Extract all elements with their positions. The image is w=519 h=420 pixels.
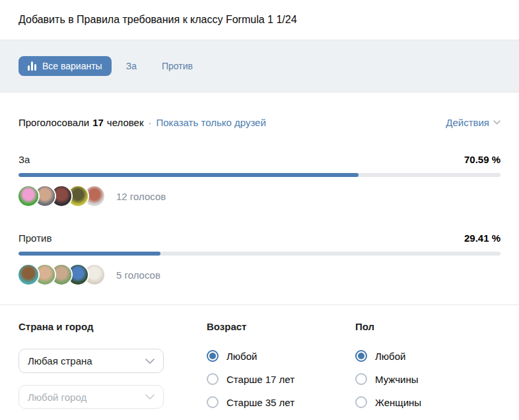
country-select-value: Любая страна — [28, 355, 92, 367]
poll-option-protiv: Против 29.41 % 5 голосов — [18, 232, 501, 285]
radio-label: Любой — [375, 351, 405, 362]
voted-summary: Проголосовали 17 человек · Показать толь… — [18, 117, 266, 128]
votes-count-label: 12 голосов — [116, 191, 166, 202]
option-head: За 70.59 % — [18, 154, 501, 165]
radio-age-any[interactable]: Любой — [207, 350, 355, 362]
tab-za[interactable]: За — [116, 61, 147, 71]
results-content: Проголосовали 17 человек · Показать толь… — [0, 117, 519, 409]
result-bar-track — [18, 173, 501, 177]
option-head: Против 29.41 % — [18, 232, 501, 244]
result-bar-fill — [18, 252, 160, 256]
voters-row: 5 голосов — [18, 264, 501, 285]
city-select[interactable]: Любой город — [18, 385, 164, 409]
bar-chart-icon — [28, 61, 36, 71]
voter-avatar[interactable] — [18, 186, 38, 206]
actions-dropdown[interactable]: Действия — [446, 117, 501, 128]
chevron-down-icon — [145, 359, 155, 364]
age-heading: Возраст — [207, 321, 355, 333]
radio-age-over-17[interactable]: Старше 17 лет — [207, 373, 355, 385]
radio-gender-male[interactable]: Мужчины — [355, 373, 501, 385]
filter-column-gender: Пол Любой Мужчины Женщины — [355, 321, 501, 409]
radio-label: Старше 17 лет — [226, 374, 294, 385]
results-tab-bar: Все варианты За Против — [0, 40, 519, 92]
result-bar-track — [18, 252, 501, 256]
radio-button[interactable] — [355, 350, 367, 362]
radio-button[interactable] — [207, 373, 219, 385]
tab-protiv[interactable]: Против — [151, 61, 203, 71]
radio-label: Женщины — [375, 397, 421, 408]
votes-count-label: 5 голосов — [116, 269, 160, 281]
result-bar-fill — [18, 173, 359, 177]
radio-button[interactable] — [207, 350, 219, 362]
option-percent: 70.59 % — [464, 154, 501, 165]
voted-count: 17 — [92, 117, 104, 128]
radio-label: Старше 35 лет — [226, 397, 294, 408]
chevron-down-icon — [493, 120, 501, 125]
voters-row: 12 голосов — [18, 186, 501, 207]
country-select[interactable]: Любая страна — [18, 349, 164, 373]
option-percent: 29.41 % — [464, 232, 501, 244]
location-heading: Страна и город — [18, 321, 164, 333]
separator-dot: · — [147, 117, 153, 128]
gender-heading: Пол — [355, 321, 501, 333]
radio-button[interactable] — [355, 396, 367, 408]
filter-column-location: Страна и город Любая страна Любой город — [18, 321, 164, 409]
show-friends-link[interactable]: Показать только друзей — [156, 117, 266, 128]
actions-label: Действия — [446, 117, 489, 128]
tab-all-variants-label: Все варианты — [42, 61, 102, 71]
radio-label: Мужчины — [375, 374, 418, 385]
radio-label: Любой — [226, 351, 257, 362]
summary-row: Проголосовали 17 человек · Показать толь… — [18, 117, 501, 128]
voter-avatars — [18, 186, 104, 206]
radio-gender-female[interactable]: Женщины — [355, 396, 501, 408]
city-select-placeholder: Любой город — [28, 392, 86, 403]
tab-all-variants[interactable]: Все варианты — [18, 56, 112, 76]
dialog-header: Добавить в Правила требования к классу F… — [0, 0, 519, 40]
option-label: Против — [18, 232, 52, 244]
option-label: За — [18, 154, 30, 165]
voter-avatars — [18, 265, 104, 285]
voter-avatar[interactable] — [18, 265, 38, 285]
filter-column-age: Возраст Любой Старше 17 лет Старше 35 ле… — [207, 321, 355, 409]
radio-button[interactable] — [355, 373, 367, 385]
poll-option-za: За 70.59 % 12 голосов — [18, 154, 501, 207]
voted-prefix: Проголосовали — [18, 117, 89, 128]
radio-age-over-35[interactable]: Старше 35 лет — [207, 396, 355, 408]
poll-results-dialog: Добавить в Правила требования к классу F… — [0, 0, 519, 420]
voted-suffix: человек — [107, 117, 144, 128]
radio-button[interactable] — [207, 396, 219, 408]
demographics-filters: Страна и город Любая страна Любой город … — [18, 305, 501, 409]
radio-gender-any[interactable]: Любой — [355, 350, 501, 362]
chevron-down-icon — [145, 394, 155, 400]
page-title: Добавить в Правила требования к классу F… — [18, 14, 297, 26]
